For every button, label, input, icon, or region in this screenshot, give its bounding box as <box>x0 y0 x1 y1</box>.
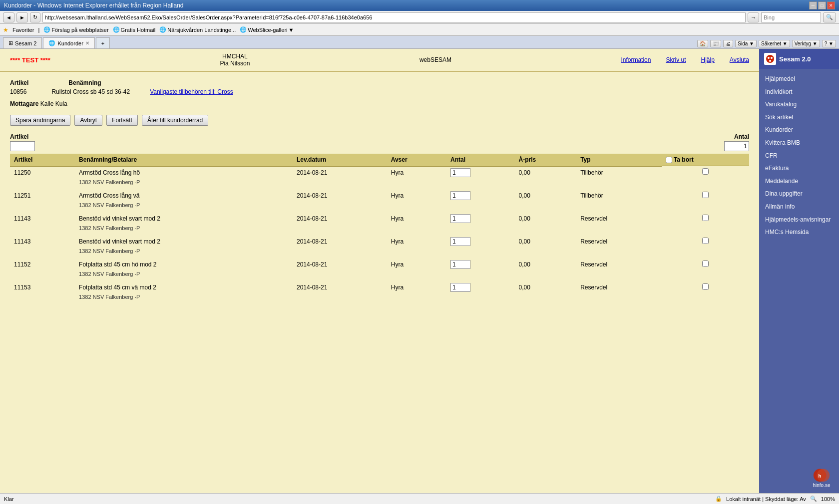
antal-input-field[interactable] <box>724 141 749 151</box>
sidebar-item-meddelande[interactable]: Meddelande <box>759 175 839 188</box>
antal-qty-input-3[interactable] <box>450 237 470 246</box>
col-header-avser: Avser <box>387 154 446 166</box>
tools-button[interactable]: Verktyg ▼ <box>792 40 820 47</box>
system-name: HMCHAL <box>220 53 250 60</box>
page-button[interactable]: Sida ▼ <box>735 40 757 47</box>
forward-button[interactable]: ► <box>16 12 28 22</box>
ta-bort-checkbox-4[interactable] <box>702 260 709 267</box>
sidebar-item-hmc-hemsida[interactable]: HMC:s Hemsida <box>759 226 839 239</box>
sidebar-item-kundorder[interactable]: Kundorder <box>759 124 839 137</box>
tab-sesam2[interactable]: ⊞ Sesam 2 <box>3 37 42 48</box>
artikel-input-field[interactable] <box>10 141 35 151</box>
address-input[interactable] <box>42 12 746 22</box>
search-input[interactable] <box>761 12 821 22</box>
ta-bort-checkbox-5[interactable] <box>702 283 709 290</box>
ta-bort-checkbox-0[interactable] <box>702 168 709 175</box>
nav-link-hjalp[interactable]: Hjälp <box>701 56 714 63</box>
sub-text-0: 1382 NSV Falkenberg -P <box>75 179 749 186</box>
cell-lev-datum-1: 2014-08-21 <box>293 190 387 202</box>
cell-artikel-2: 11143 <box>10 213 75 225</box>
cell-lev-datum-2: 2014-08-21 <box>293 213 387 225</box>
nav-link-avsluta[interactable]: Avsluta <box>730 56 749 63</box>
sub-empty-0 <box>10 179 75 186</box>
cell-ta-bort-4[interactable] <box>662 258 749 270</box>
article-link[interactable]: Vanligaste tillbehören till: Cross <box>150 88 233 95</box>
antal-qty-input-4[interactable] <box>450 260 470 269</box>
print-button[interactable]: 🖨 <box>723 40 733 47</box>
antal-qty-input-1[interactable] <box>450 191 470 200</box>
fav-item-3[interactable]: 🌐 Närsjukvården Landstinge... <box>159 26 236 33</box>
antal-qty-input-5[interactable] <box>450 283 470 292</box>
help-button[interactable]: ? ▼ <box>822 40 836 47</box>
back-button[interactable]: ◄ <box>3 12 14 22</box>
close-button[interactable]: ✕ <box>827 1 835 9</box>
ta-bort-checkbox-3[interactable] <box>702 238 709 244</box>
cell-antal-1[interactable] <box>446 190 515 202</box>
go-button[interactable]: → <box>748 12 759 22</box>
refresh-button[interactable]: ↻ <box>30 12 40 22</box>
home-button[interactable]: 🏠 <box>697 40 708 47</box>
maximize-button[interactable]: □ <box>818 1 826 9</box>
new-tab-button[interactable]: + <box>96 37 110 48</box>
table-row: 11251 Armstöd Cross lång vä 2014-08-21 H… <box>10 190 749 202</box>
mottagare-value: Kalle Kula <box>40 100 67 107</box>
sub-empty-2 <box>10 225 75 232</box>
sub-text-2: 1382 NSV Falkenberg -P <box>75 225 749 232</box>
nav-link-information[interactable]: Information <box>621 56 651 63</box>
cell-antal-0[interactable] <box>446 166 515 179</box>
antal-qty-input-2[interactable] <box>450 214 470 223</box>
cell-antal-3[interactable] <box>446 236 515 248</box>
cell-antal-5[interactable] <box>446 281 515 293</box>
spara-button[interactable]: Spara ändringarna <box>10 115 70 126</box>
sidebar-item-hjalpmedel[interactable]: Hjälpmedel <box>759 73 839 86</box>
cell-ta-bort-1[interactable] <box>662 190 749 202</box>
rss-button[interactable]: 📰 <box>710 40 721 47</box>
minimize-button[interactable]: ─ <box>809 1 817 9</box>
table-spacer-row <box>10 254 749 258</box>
search-button[interactable]: 🔍 <box>823 12 836 22</box>
artikel-header-label: Artikel <box>10 79 28 86</box>
sidebar-item-sok-artikel[interactable]: Sök artikel <box>759 111 839 124</box>
favorites-label[interactable]: Favoriter <box>12 27 34 33</box>
table-sub-row: 1382 NSV Falkenberg -P <box>10 179 749 186</box>
ta-bort-checkbox-2[interactable] <box>702 215 709 221</box>
col-header-a-pris: À-pris <box>515 154 577 166</box>
sidebar-item-cfr[interactable]: CFR <box>759 150 839 163</box>
sidebar-item-allman-info[interactable]: Allmän info <box>759 201 839 214</box>
mottagare-label: Mottagare <box>10 100 38 107</box>
tab-kundorder[interactable]: 🌐 Kundorder ✕ <box>43 37 94 48</box>
avbryt-button[interactable]: Avbryt <box>74 115 102 126</box>
fav-icon-3: 🌐 <box>159 26 166 33</box>
cell-typ-2: Reservdel <box>576 213 662 225</box>
sidebar-item-individkort[interactable]: Individkort <box>759 86 839 99</box>
main-layout: **** TEST **** HMCHAL Pia Nilsson webSES… <box>0 49 839 493</box>
ta-bort-all-checkbox[interactable] <box>666 157 672 163</box>
tab-close-button[interactable]: ✕ <box>85 40 89 46</box>
fav-item-4[interactable]: 🌐 WebSlice-galleri ▼ <box>240 26 294 33</box>
safety-button[interactable]: Säkerhet ▼ <box>759 40 790 47</box>
fortsatt-button[interactable]: Fortsätt <box>106 115 138 126</box>
antal-qty-input-0[interactable] <box>450 168 470 177</box>
sidebar-item-efaktura[interactable]: eFaktura <box>759 162 839 175</box>
fav-item-2[interactable]: 🌐 Gratis Hotmail <box>113 26 156 33</box>
fav-item-1[interactable]: 🌐 Förslag på webbplatser <box>43 26 108 33</box>
cell-ta-bort-2[interactable] <box>662 213 749 225</box>
col-header-benamning: Benämning/Betalare <box>75 154 293 166</box>
ta-bort-checkbox-1[interactable] <box>702 192 709 198</box>
status-left: Klar <box>4 496 14 502</box>
sidebar-item-kvittera-bmb[interactable]: Kvittera BMB <box>759 137 839 150</box>
cell-ta-bort-3[interactable] <box>662 236 749 248</box>
cell-antal-4[interactable] <box>446 258 515 270</box>
action-buttons: Spara ändringarna Avbryt Fortsätt Åter t… <box>10 115 749 126</box>
cell-ta-bort-5[interactable] <box>662 281 749 293</box>
security-status: Lokalt intranät | Skyddat läge: Av <box>726 496 806 502</box>
sidebar-item-hjalpmedelssanvisningar[interactable]: Hjälpmedels-anvisningar <box>759 214 839 227</box>
sidebar-item-varukatalog[interactable]: Varukatalog <box>759 98 839 111</box>
cell-antal-2[interactable] <box>446 213 515 225</box>
article-label-row: Artikel Benämning <box>10 79 749 86</box>
cell-benamning-0: Armstöd Cross lång hö <box>75 166 293 179</box>
nav-link-skriv-ut[interactable]: Skriv ut <box>666 56 686 63</box>
ater-button[interactable]: Åter till kundorderrad <box>142 115 208 126</box>
sidebar-item-dina-uppgifter[interactable]: Dina uppgifter <box>759 188 839 201</box>
cell-ta-bort-0[interactable] <box>662 166 749 179</box>
